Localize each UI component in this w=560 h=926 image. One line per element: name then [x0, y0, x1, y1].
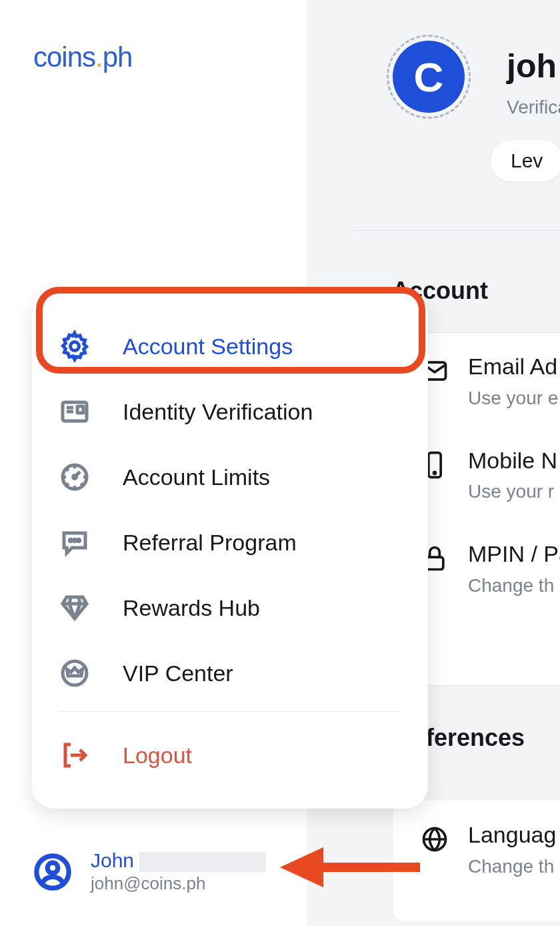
profile-username: joh — [507, 47, 557, 85]
menu-item-logout[interactable]: Logout — [32, 723, 428, 788]
settings-label-mobile: Mobile N — [468, 446, 557, 475]
chat-icon — [59, 526, 91, 558]
settings-row-mpin[interactable]: MPIN / Pa Change th — [420, 540, 560, 596]
menu-label-referral-program: Referral Program — [123, 530, 297, 556]
annotation-arrow — [280, 841, 420, 894]
menu-label-logout: Logout — [123, 743, 192, 769]
avatar-circle: C — [393, 41, 465, 113]
settings-sub-mobile: Use your r — [468, 481, 557, 502]
logo[interactable]: coins.ph — [33, 41, 132, 73]
svg-point-14 — [77, 539, 80, 542]
id-card-icon — [59, 396, 91, 428]
gear-icon — [59, 330, 91, 362]
settings-sub-language: Change th — [468, 856, 556, 877]
verification-label: Verifica — [507, 97, 560, 118]
diamond-icon — [59, 592, 91, 624]
svg-rect-3 — [426, 557, 443, 569]
menu-label-vip-center: VIP Center — [123, 660, 233, 686]
crown-icon — [59, 657, 91, 689]
name-mask — [139, 852, 266, 872]
popup-divider — [59, 711, 401, 712]
menu-label-account-limits: Account Limits — [123, 464, 270, 490]
svg-point-13 — [73, 539, 76, 542]
menu-item-referral-program[interactable]: Referral Program — [32, 510, 428, 575]
user-icon — [33, 853, 72, 891]
avatar-letter: C — [414, 53, 444, 101]
settings-label-language: Languag — [468, 821, 556, 849]
logo-dot: . — [95, 41, 103, 73]
settings-row-mobile[interactable]: Mobile N Use your r — [420, 446, 560, 503]
level-chip[interactable]: Lev — [491, 140, 560, 181]
user-email: john@coins.ph — [91, 873, 266, 895]
settings-sub-email: Use your e — [468, 388, 558, 409]
svg-point-7 — [71, 342, 79, 351]
settings-label-email: Email Ad — [468, 352, 558, 381]
menu-item-rewards-hub[interactable]: Rewards Hub — [32, 575, 428, 640]
menu-label-account-settings: Account Settings — [123, 334, 293, 360]
user-profile-trigger[interactable]: John john@coins.ph — [33, 849, 266, 895]
svg-point-11 — [73, 476, 77, 479]
logo-text-ph: ph — [103, 41, 133, 73]
profile-avatar-wrap[interactable]: C — [387, 35, 471, 119]
menu-item-account-limits[interactable]: Account Limits — [32, 444, 428, 510]
menu-label-identity-verification: Identity Verification — [123, 399, 313, 425]
svg-point-12 — [69, 539, 72, 542]
avatar-progress-ring: C — [387, 35, 471, 119]
menu-item-vip-center[interactable]: VIP Center — [32, 640, 428, 706]
menu-item-identity-verification[interactable]: Identity Verification — [32, 379, 428, 444]
settings-row-language[interactable]: Languag Change th — [420, 821, 560, 877]
settings-row-email[interactable]: Email Ad Use your e — [420, 352, 560, 409]
logout-icon — [59, 739, 91, 771]
settings-sub-mpin: Change th — [468, 575, 560, 596]
user-menu-popup: Account Settings Identity Verification A… — [32, 294, 428, 809]
settings-label-mpin: MPIN / Pa — [468, 540, 560, 568]
svg-point-6 — [47, 863, 57, 873]
divider — [353, 230, 560, 231]
svg-rect-9 — [77, 406, 83, 413]
gauge-icon — [59, 461, 91, 493]
menu-label-rewards-hub: Rewards Hub — [123, 595, 260, 621]
menu-item-account-settings[interactable]: Account Settings — [32, 314, 428, 379]
globe-icon — [420, 825, 449, 854]
svg-point-2 — [434, 472, 436, 474]
logo-text-1: coins — [33, 41, 95, 73]
user-name: John — [91, 849, 266, 873]
